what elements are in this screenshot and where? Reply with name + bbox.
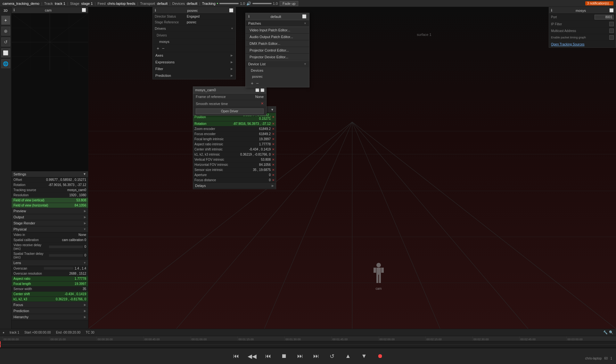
k1k2k3-intrinsic-value[interactable]: 0.36219 , -0.81766, 0 xyxy=(233,153,271,156)
k1k2k3-intrinsic-remove-icon[interactable]: ✕ xyxy=(272,153,275,156)
stage-render-section[interactable]: Stage Render ▶ xyxy=(12,220,88,226)
device-list-header[interactable]: Device List ▼ xyxy=(246,61,309,67)
tool-cursor[interactable]: + xyxy=(1,16,10,25)
viewport-3d[interactable]: surface 1 cam xyxy=(88,7,616,329)
feed-value[interactable]: chris-laptop feeds xyxy=(108,2,136,5)
aperture-remove-icon[interactable]: ✕ xyxy=(272,173,275,177)
remove-driver-btn[interactable]: − xyxy=(162,46,164,51)
fov-h-value[interactable]: 84.1056 xyxy=(75,204,86,207)
hfov-intrinsic-value[interactable]: 84.1056 xyxy=(233,163,271,166)
stop-btn[interactable]: ⏹ xyxy=(279,352,289,361)
volume-slider[interactable] xyxy=(252,3,272,4)
lens-section[interactable]: Lens ▼ xyxy=(12,260,88,266)
zoom-encoder-value[interactable]: 61849.2 xyxy=(233,127,271,131)
skip-fwd-btn[interactable]: ⏭ xyxy=(311,352,321,361)
focus-section[interactable]: Focus ▶ xyxy=(12,302,88,308)
tracking-slider[interactable] xyxy=(219,3,239,4)
tool-globe[interactable]: 🌐 xyxy=(1,59,10,68)
focus-dist-value[interactable]: 0 xyxy=(233,178,271,182)
hierarchy-section[interactable]: Hierarchy ▶ xyxy=(12,314,88,320)
driver-mosys[interactable]: mosys xyxy=(153,39,235,45)
video-input-patch-item[interactable]: Video Input Patch Editor... xyxy=(246,27,309,34)
spatial-cal-value[interactable]: cam calibration 0 xyxy=(62,238,86,242)
resolution-value[interactable]: 1920 , 1080 xyxy=(69,193,86,197)
settings-scroll[interactable]: Settings ▼ Offset 0.99577 , 0.58592 , 0.… xyxy=(12,171,88,329)
prediction-row[interactable]: Prediction ▶ xyxy=(153,72,235,79)
open-driver-btn[interactable]: Open Driver xyxy=(196,109,264,114)
prev-frame-btn[interactable]: ◀◀ xyxy=(247,352,257,361)
open-sources-row[interactable]: Open Tracking Sources xyxy=(549,41,616,47)
mark-out-btn[interactable]: ▼ xyxy=(359,352,369,361)
center-shift-value[interactable]: -0.434 , 0.1419 xyxy=(65,292,86,296)
devices-value[interactable]: default xyxy=(187,2,197,5)
projector-control-item[interactable]: Projector Control Editor... xyxy=(246,47,309,54)
prediction-section[interactable]: Prediction ▶ xyxy=(12,308,88,314)
aperture-value[interactable]: 0 xyxy=(233,173,271,177)
mosys-close-icon[interactable]: ⬜ xyxy=(609,8,614,12)
center-shift-intrinsic-remove-icon[interactable]: ✕ xyxy=(272,148,275,151)
focus-encoder-remove-icon[interactable]: ✕ xyxy=(272,132,275,136)
focus-dist-remove-icon[interactable]: ✕ xyxy=(272,178,275,182)
expressions-row[interactable]: Expressions ▶ xyxy=(153,59,235,66)
fov-v-value[interactable]: 53.808 xyxy=(76,198,86,202)
sensor-width-value[interactable]: 35 xyxy=(83,287,86,291)
settings-collapse-icon[interactable]: ▼ xyxy=(83,172,86,176)
track-value[interactable]: track 1 xyxy=(55,2,65,5)
loop-btn[interactable]: ↺ xyxy=(327,352,337,361)
axes-row[interactable]: Axes ▶ xyxy=(153,52,235,59)
overscan-res-value[interactable]: 2688 , 1512 xyxy=(69,272,86,275)
offset-value[interactable]: 0.99577 , 0.58592 , 0.15271 xyxy=(46,178,86,182)
vfov-intrinsic-remove-icon[interactable]: ✕ xyxy=(272,158,275,161)
audio-output-patch-item[interactable]: Audio Output Patch Editor... xyxy=(246,34,309,40)
focus-encoder-value[interactable]: 61849.2 xyxy=(233,132,271,136)
tracking-label[interactable]: Tracking xyxy=(202,2,216,5)
sensor-size-remove-icon[interactable]: ✕ xyxy=(272,168,275,172)
play-to-in-btn[interactable]: ⏮ xyxy=(231,352,241,361)
aspect-intrinsic-value[interactable]: 1.77778 xyxy=(233,142,271,146)
multicast-checkbox[interactable] xyxy=(609,28,614,33)
mark-in-btn[interactable]: ▲ xyxy=(343,352,353,361)
search-icon[interactable]: 🔍 xyxy=(609,330,613,335)
smooth-time-close[interactable]: ✕ xyxy=(261,101,264,106)
values-dropdown-icon[interactable]: ▼ xyxy=(271,108,274,111)
posrec-close-icon[interactable]: ⬜ xyxy=(229,8,234,12)
add-driver-btn[interactable]: + xyxy=(157,46,159,51)
patches-close-icon[interactable]: ⬜ xyxy=(302,14,307,19)
context-settings-icon[interactable]: ⬜ xyxy=(255,88,259,92)
video-in-value[interactable]: None xyxy=(78,233,86,237)
record-btn[interactable]: ⏺ xyxy=(375,352,385,361)
sensor-size-value[interactable]: 35 , 19.6875 xyxy=(233,168,271,172)
patches-section-header[interactable]: Patches ▼ xyxy=(246,20,309,27)
ip-filter-checkbox[interactable] xyxy=(609,22,614,26)
projector-device-item[interactable]: Projector Device Editor... xyxy=(246,54,309,61)
timing-checkbox[interactable] xyxy=(609,35,614,40)
vfov-intrinsic-value[interactable]: 53.808 xyxy=(233,158,271,161)
tracking-source-value[interactable]: mosys_cam0 xyxy=(67,188,86,192)
hfov-intrinsic-remove-icon[interactable]: ✕ xyxy=(272,163,275,166)
overscan-value[interactable]: 1.4 , 1.4 xyxy=(75,267,86,270)
zoom-encoder-remove-icon[interactable]: ✕ xyxy=(272,127,275,131)
tool-move[interactable]: ⊕ xyxy=(1,27,10,36)
tool-select[interactable]: ⬜ xyxy=(1,48,10,57)
camera-close-icon[interactable]: ⬜ xyxy=(82,8,86,12)
k1k2k3-value[interactable]: 0.36219 , -0.81766, 0 xyxy=(56,297,86,301)
context-x-icon[interactable]: ⬜ xyxy=(260,88,264,92)
delays-section[interactable]: Delays ▶ xyxy=(193,183,276,189)
focal-intrinsic-value[interactable]: 19.3997 xyxy=(233,137,271,141)
port-input[interactable] xyxy=(595,15,614,20)
open-sources-link[interactable]: Open Tracking Sources xyxy=(551,43,585,46)
aspect-intrinsic-remove-icon[interactable]: ✕ xyxy=(272,142,275,146)
stage-value[interactable]: stage 1 xyxy=(81,2,93,5)
center-shift-intrinsic-value[interactable]: -0.434 , 0.1419 xyxy=(233,148,271,151)
zoom-icon[interactable]: 🔧 xyxy=(603,330,608,335)
drivers-header[interactable]: Drivers ▼ xyxy=(153,25,235,32)
filter-row[interactable]: Filter ▶ xyxy=(153,66,235,72)
aspect-ratio-value[interactable]: 1.77778 xyxy=(75,277,86,280)
transport-value[interactable]: default xyxy=(157,2,168,5)
position-remove-icon[interactable]: ✕ xyxy=(272,115,275,119)
remove-device-btn[interactable]: − xyxy=(256,81,259,86)
fade-button[interactable]: Fade up xyxy=(280,1,298,6)
focal-length-value[interactable]: 19.3997 xyxy=(75,282,86,286)
skip-back-btn[interactable]: ⏭ xyxy=(295,352,305,361)
rotation-value[interactable]: -87.9016, 56.3973 , -37.12 xyxy=(48,183,86,187)
